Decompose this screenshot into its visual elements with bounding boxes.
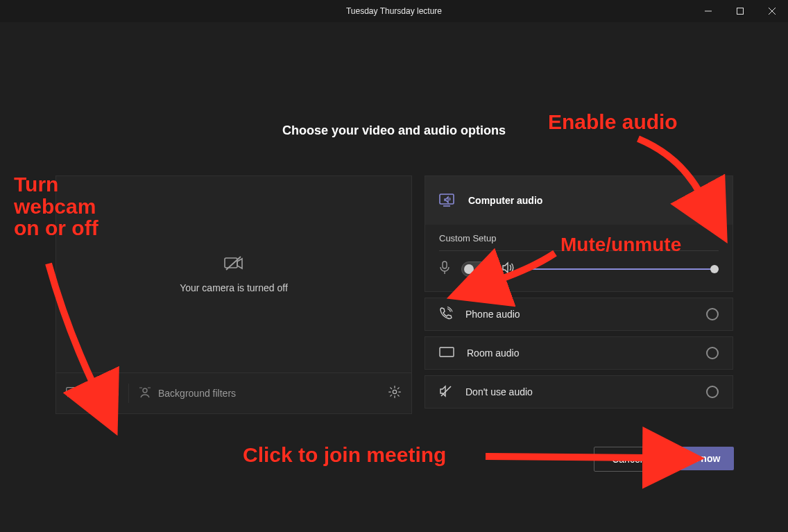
svg-line-17 [441,386,451,396]
join-now-button[interactable]: Join now [665,447,734,470]
camera-toggle[interactable] [91,386,119,400]
video-panel: Your camera is turned off Background fil… [55,175,412,414]
phone-audio-label: Phone audio [465,309,520,320]
svg-rect-1 [737,8,744,15]
no-audio-icon [439,385,453,400]
mic-toggle[interactable] [461,261,490,277]
audio-option-none[interactable]: Don't use audio [425,375,733,409]
computer-audio-radio[interactable] [706,194,719,207]
svg-rect-12 [440,194,454,204]
computer-audio-label: Computer audio [468,195,542,206]
audio-option-phone[interactable]: Phone audio [425,298,733,331]
camera-off-message: Your camera is turned off [180,282,288,293]
titlebar: Tuesday Thursday lecture [0,0,788,22]
page-heading: Choose your video and audio options [0,123,788,138]
svg-rect-16 [440,347,454,357]
maximize-button[interactable] [724,0,756,22]
no-audio-radio[interactable] [706,386,719,398]
close-button[interactable] [756,0,788,22]
window-title: Tuesday Thursday lecture [346,6,442,16]
gear-icon [388,385,402,399]
annotation-click-join: Click to join meeting [243,444,446,466]
window-controls [692,0,788,22]
cancel-button[interactable]: Cancel [594,447,660,472]
svg-point-8 [143,388,147,393]
svg-rect-4 [225,258,237,268]
svg-rect-6 [67,388,76,395]
background-filters-button[interactable]: Background filters [128,384,236,403]
volume-slider[interactable] [526,268,719,270]
background-filters-label: Background filters [158,388,236,399]
microphone-icon [439,261,450,277]
room-audio-radio[interactable] [706,347,719,359]
audio-option-computer[interactable]: Computer audio Custom Setup [425,175,733,292]
audio-option-room[interactable]: Room audio [425,336,733,370]
phone-audio-radio[interactable] [706,308,719,320]
audio-panel: Computer audio Custom Setup [425,175,733,409]
minimize-button[interactable] [692,0,724,22]
svg-point-11 [393,390,396,393]
cancel-button-label: Cancel [612,454,642,465]
video-settings-button[interactable] [388,385,402,402]
video-footer: Background filters [56,372,411,413]
computer-audio-icon [439,193,456,209]
room-audio-label: Room audio [467,347,520,359]
video-preview: Your camera is turned off [56,176,411,372]
speaker-icon [502,261,515,277]
custom-setup-label[interactable]: Custom Setup [439,233,719,251]
background-filters-icon [139,386,151,401]
camera-toggle-icon [66,386,81,401]
room-audio-icon [439,347,454,360]
join-now-button-label: Join now [678,453,721,464]
phone-audio-icon [439,307,453,323]
no-audio-label: Don't use audio [465,386,533,397]
camera-off-icon [224,256,243,274]
svg-rect-14 [443,261,447,268]
